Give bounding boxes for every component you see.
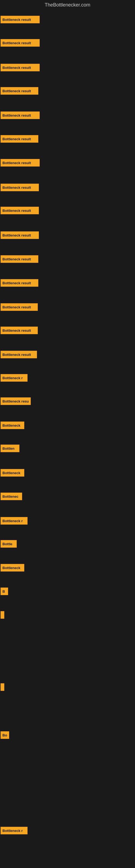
bottleneck-bar: Bottleneck result — [1, 39, 40, 46]
bottleneck-bar: Bottleneck result — [1, 16, 40, 23]
bottleneck-bar: Bottleneck result — [1, 184, 39, 191]
bottleneck-bar: Bottleneck result — [1, 303, 38, 311]
bottleneck-bar: Bottleneck result — [1, 279, 38, 287]
bottleneck-bar: Bottlen — [1, 444, 19, 452]
bottleneck-bar: Bottleneck result — [1, 64, 40, 71]
bottleneck-bar: Bottleneck result — [1, 351, 37, 358]
site-title: TheBottlenecker.com — [0, 0, 135, 11]
bottleneck-bar: Bottleneck — [1, 469, 24, 476]
bottleneck-bar: Bottleneck result — [1, 327, 38, 334]
bottleneck-bar: Bottleneck resu — [1, 397, 31, 405]
bottleneck-bar: Bottleneck r — [1, 374, 28, 382]
bottleneck-bar: Bottleneck r — [1, 517, 28, 525]
bottleneck-bar: Bottleneck — [1, 564, 24, 571]
bottleneck-bar: Bottleneck result — [1, 87, 38, 95]
bottleneck-bar: B — [1, 588, 8, 595]
bottleneck-bar: Bottleneck result — [1, 231, 39, 239]
bottleneck-bar: Bo — [1, 731, 9, 739]
bottleneck-bar: Bottleneck — [1, 422, 24, 429]
bottleneck-bar: Bottle — [1, 540, 17, 548]
bottleneck-bar — [1, 683, 4, 691]
bottleneck-bar: Bottleneck result — [1, 255, 38, 263]
bottleneck-bar: Bottleneck result — [1, 112, 40, 119]
bottleneck-bar: Bottleneck result — [1, 207, 39, 214]
bottleneck-bar: Bottleneck result — [1, 159, 40, 166]
bottleneck-bar — [1, 611, 4, 619]
bottleneck-bar: Bottleneck result — [1, 135, 38, 143]
bottleneck-bar: Bottleneck r — [1, 827, 28, 834]
bottleneck-bar: Bottlenec — [1, 493, 22, 500]
